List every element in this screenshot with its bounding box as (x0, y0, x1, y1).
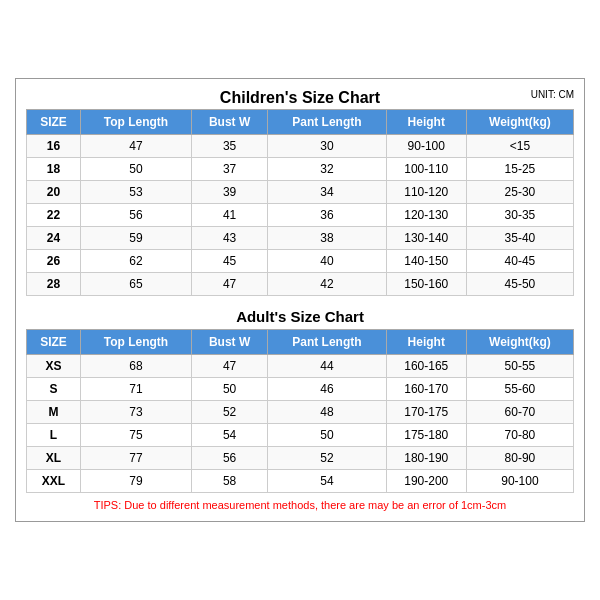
table-cell: XS (27, 355, 81, 378)
table-cell: 62 (80, 250, 191, 273)
table-row: 18503732100-11015-25 (27, 158, 574, 181)
children-header-row: SIZETop LengthBust WPant LengthHeightWei… (27, 110, 574, 135)
table-cell: 77 (80, 447, 191, 470)
table-cell: 30-35 (466, 204, 573, 227)
table-cell: 50 (268, 424, 386, 447)
table-cell: 59 (80, 227, 191, 250)
table-row: S715046160-17055-60 (27, 378, 574, 401)
table-cell: 56 (80, 204, 191, 227)
table-cell: 40 (268, 250, 386, 273)
adult-header-cell: SIZE (27, 330, 81, 355)
table-cell: 53 (80, 181, 191, 204)
table-cell: 90-100 (466, 470, 573, 493)
table-cell: 20 (27, 181, 81, 204)
table-cell: 24 (27, 227, 81, 250)
table-cell: 32 (268, 158, 386, 181)
table-cell: 47 (192, 273, 268, 296)
table-cell: L (27, 424, 81, 447)
table-cell: 39 (192, 181, 268, 204)
table-cell: 60-70 (466, 401, 573, 424)
table-cell: 26 (27, 250, 81, 273)
table-cell: 79 (80, 470, 191, 493)
table-row: 1647353090-100<15 (27, 135, 574, 158)
table-cell: 46 (268, 378, 386, 401)
table-cell: 41 (192, 204, 268, 227)
chart-wrapper: Children's Size Chart UNIT: CM SIZETop L… (15, 78, 585, 522)
table-cell: 28 (27, 273, 81, 296)
children-header-cell: Top Length (80, 110, 191, 135)
children-header-cell: Height (386, 110, 466, 135)
table-cell: 90-100 (386, 135, 466, 158)
table-cell: XL (27, 447, 81, 470)
table-cell: 110-120 (386, 181, 466, 204)
table-cell: 160-170 (386, 378, 466, 401)
table-cell: 54 (192, 424, 268, 447)
table-cell: 55-60 (466, 378, 573, 401)
tips-text: TIPS: Due to different measurement metho… (26, 499, 574, 511)
children-header-cell: SIZE (27, 110, 81, 135)
table-row: XL775652180-19080-90 (27, 447, 574, 470)
table-row: 26624540140-15040-45 (27, 250, 574, 273)
table-cell: 120-130 (386, 204, 466, 227)
table-cell: 170-175 (386, 401, 466, 424)
adult-header-cell: Weight(kg) (466, 330, 573, 355)
table-cell: 52 (192, 401, 268, 424)
table-cell: 80-90 (466, 447, 573, 470)
table-cell: 45 (192, 250, 268, 273)
table-cell: 68 (80, 355, 191, 378)
adult-body: XS684744160-16550-55S715046160-17055-60M… (27, 355, 574, 493)
table-cell: 180-190 (386, 447, 466, 470)
table-cell: 44 (268, 355, 386, 378)
main-title: Children's Size Chart UNIT: CM (26, 89, 574, 107)
table-cell: 73 (80, 401, 191, 424)
table-cell: S (27, 378, 81, 401)
adult-header-row: SIZETop LengthBust WPant LengthHeightWei… (27, 330, 574, 355)
table-cell: 130-140 (386, 227, 466, 250)
table-cell: 75 (80, 424, 191, 447)
table-cell: 48 (268, 401, 386, 424)
adult-table: SIZETop LengthBust WPant LengthHeightWei… (26, 329, 574, 493)
adult-header-cell: Bust W (192, 330, 268, 355)
table-row: 22564136120-13030-35 (27, 204, 574, 227)
table-cell: 100-110 (386, 158, 466, 181)
table-cell: 25-30 (466, 181, 573, 204)
table-cell: 43 (192, 227, 268, 250)
table-cell: 50 (80, 158, 191, 181)
table-row: 24594338130-14035-40 (27, 227, 574, 250)
table-cell: 52 (268, 447, 386, 470)
table-cell: 38 (268, 227, 386, 250)
table-cell: 42 (268, 273, 386, 296)
table-cell: 50-55 (466, 355, 573, 378)
table-cell: 65 (80, 273, 191, 296)
table-cell: 35 (192, 135, 268, 158)
adult-section-title: Adult's Size Chart (26, 302, 574, 329)
table-cell: 50 (192, 378, 268, 401)
table-cell: 45-50 (466, 273, 573, 296)
table-cell: 140-150 (386, 250, 466, 273)
table-cell: 40-45 (466, 250, 573, 273)
table-cell: 15-25 (466, 158, 573, 181)
table-row: 28654742150-16045-50 (27, 273, 574, 296)
table-cell: 160-165 (386, 355, 466, 378)
table-cell: 34 (268, 181, 386, 204)
table-cell: 150-160 (386, 273, 466, 296)
table-cell: 47 (80, 135, 191, 158)
table-row: M735248170-17560-70 (27, 401, 574, 424)
table-cell: 47 (192, 355, 268, 378)
table-cell: 54 (268, 470, 386, 493)
table-cell: 36 (268, 204, 386, 227)
table-cell: 22 (27, 204, 81, 227)
table-cell: 56 (192, 447, 268, 470)
table-cell: <15 (466, 135, 573, 158)
children-table: SIZETop LengthBust WPant LengthHeightWei… (26, 109, 574, 296)
table-cell: 71 (80, 378, 191, 401)
adult-header-cell: Height (386, 330, 466, 355)
adult-header-cell: Top Length (80, 330, 191, 355)
children-body: 1647353090-100<1518503732100-11015-25205… (27, 135, 574, 296)
adult-header-cell: Pant Length (268, 330, 386, 355)
table-row: L755450175-18070-80 (27, 424, 574, 447)
table-row: 20533934110-12025-30 (27, 181, 574, 204)
table-cell: M (27, 401, 81, 424)
table-cell: 37 (192, 158, 268, 181)
table-cell: 58 (192, 470, 268, 493)
